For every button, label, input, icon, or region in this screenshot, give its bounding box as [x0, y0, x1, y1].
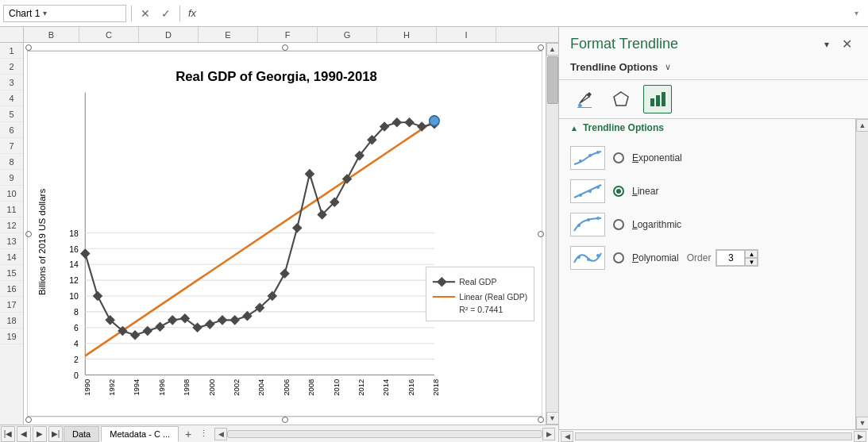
- panel-dropdown-button[interactable]: ▾: [820, 37, 834, 52]
- h-scroll-left[interactable]: ◀: [214, 428, 227, 440]
- section-label: Trendline Options: [583, 122, 664, 133]
- row-num-4[interactable]: 4: [0, 90, 23, 106]
- row-num-18[interactable]: 18: [0, 313, 23, 329]
- confirm-button[interactable]: ✓: [157, 5, 175, 22]
- row-num-17[interactable]: 17: [0, 297, 23, 313]
- row-num-9[interactable]: 9: [0, 170, 23, 186]
- order-up-button[interactable]: ▲: [745, 250, 758, 258]
- formula-bar-expand[interactable]: ▾: [854, 9, 858, 17]
- add-sheet-button[interactable]: +: [180, 426, 196, 442]
- exponential-radio[interactable]: [613, 152, 624, 163]
- handle-mid-left[interactable]: [25, 231, 32, 237]
- col-header-b[interactable]: B: [24, 27, 79, 42]
- order-value: 3: [728, 252, 734, 263]
- panel-h-scroll-left[interactable]: ◀: [561, 431, 573, 442]
- tab-nav-left-start[interactable]: |◀: [1, 426, 15, 442]
- linear-option[interactable]: Linear: [570, 175, 844, 208]
- exponential-icon: [570, 146, 605, 170]
- col-header-f[interactable]: F: [258, 27, 318, 42]
- handle-bottom-right[interactable]: [538, 417, 544, 423]
- scroll-down-button[interactable]: ▼: [546, 412, 559, 425]
- row-header-spacer: [0, 27, 24, 42]
- trendline-options-label: Trendline Options: [570, 61, 658, 73]
- handle-top-right[interactable]: [538, 44, 544, 51]
- trendline-options-button[interactable]: [643, 85, 672, 113]
- logarithmic-option[interactable]: Logarithmic: [570, 208, 844, 241]
- handle-top-center[interactable]: [282, 44, 288, 51]
- svg-text:Real GDP: Real GDP: [459, 278, 496, 286]
- row-num-3[interactable]: 3: [0, 75, 23, 90]
- row-num-19[interactable]: 19: [0, 329, 23, 344]
- linear-radio[interactable]: [613, 186, 624, 197]
- tab-nav-right-end[interactable]: ▶|: [48, 426, 63, 442]
- tab-more[interactable]: ⋮: [196, 429, 211, 439]
- col-header-e[interactable]: E: [199, 27, 258, 42]
- svg-rect-0: [27, 51, 542, 417]
- row-num-16[interactable]: 16: [0, 281, 23, 297]
- row-num-12[interactable]: 12: [0, 217, 23, 233]
- order-input[interactable]: 3: [716, 250, 745, 266]
- panel-h-scroll-right[interactable]: ▶: [854, 431, 866, 442]
- tab-metadata[interactable]: Metadata - C ...: [101, 426, 179, 442]
- polynomial-option[interactable]: Polynomial Order 3 ▲ ▼: [570, 241, 844, 275]
- row-num-1[interactable]: 1: [0, 43, 23, 59]
- main-area: B C D E F G H I 1 2 3 4 5 6 7 8 9 10 11: [0, 27, 868, 442]
- panel-scroll-up[interactable]: ▲: [856, 119, 868, 132]
- name-box-dropdown[interactable]: ▾: [43, 9, 47, 17]
- name-box[interactable]: Chart 1 ▾: [3, 5, 126, 22]
- polynomial-radio[interactable]: [613, 252, 624, 263]
- row-num-6[interactable]: 6: [0, 122, 23, 138]
- logarithmic-radio[interactable]: [613, 219, 624, 230]
- trendline-options-chevron[interactable]: ∨: [665, 62, 671, 72]
- handle-bottom-left[interactable]: [25, 417, 32, 423]
- col-header-c[interactable]: C: [79, 27, 139, 42]
- tab-nav-right[interactable]: ▶: [33, 426, 47, 442]
- row-num-8[interactable]: 8: [0, 154, 23, 170]
- svg-point-92: [577, 256, 581, 259]
- svg-text:8: 8: [74, 308, 79, 317]
- logarithmic-radio-circle[interactable]: [613, 219, 624, 230]
- exponential-option[interactable]: Exponential: [570, 141, 844, 175]
- cancel-button[interactable]: ✕: [137, 5, 154, 22]
- row-num-7[interactable]: 7: [0, 138, 23, 154]
- line-style-button[interactable]: [607, 85, 635, 113]
- tab-nav-left[interactable]: ◀: [17, 426, 31, 442]
- row-num-2[interactable]: 2: [0, 59, 23, 75]
- formula-bar: Chart 1 ▾ ✕ ✓ fx ▾: [0, 0, 868, 27]
- scroll-thumb[interactable]: [547, 56, 558, 104]
- row-num-13[interactable]: 13: [0, 233, 23, 249]
- panel-scroll-down[interactable]: ▼: [856, 417, 868, 429]
- fill-color-button[interactable]: [570, 85, 599, 113]
- exponential-radio-circle[interactable]: [613, 152, 624, 163]
- panel-header: Format Trendline ▾ ✕: [559, 27, 868, 58]
- col-header-g[interactable]: G: [318, 27, 377, 42]
- tab-data[interactable]: Data: [64, 426, 99, 442]
- panel-scroll-track[interactable]: [856, 132, 868, 417]
- linear-radio-circle[interactable]: [613, 186, 624, 197]
- scroll-track[interactable]: [546, 56, 559, 412]
- col-header-h[interactable]: H: [377, 27, 437, 42]
- formula-input[interactable]: [203, 7, 851, 19]
- handle-top-left[interactable]: [25, 44, 32, 51]
- name-box-value: Chart 1: [9, 8, 40, 19]
- col-header-i[interactable]: I: [437, 27, 496, 42]
- polynomial-radio-circle[interactable]: [613, 252, 624, 263]
- svg-rect-79: [650, 98, 654, 106]
- scroll-up-button[interactable]: ▲: [546, 43, 559, 56]
- handle-mid-right[interactable]: [538, 231, 544, 237]
- handle-bottom-center[interactable]: [282, 417, 288, 423]
- h-scroll-right[interactable]: ▶: [542, 428, 555, 440]
- trendline-options-header[interactable]: Trendline Options ∨: [559, 58, 868, 80]
- h-scroll-track[interactable]: [227, 430, 542, 438]
- row-num-11[interactable]: 11: [0, 202, 23, 217]
- trendline-section-header[interactable]: ▲ Trendline Options: [559, 119, 855, 136]
- chart-container[interactable]: Real GDP of Georgia, 1990-2018 Billions …: [24, 43, 546, 425]
- row-num-15[interactable]: 15: [0, 265, 23, 281]
- panel-h-scroll-track[interactable]: [575, 432, 852, 440]
- col-header-d[interactable]: D: [139, 27, 199, 42]
- row-num-10[interactable]: 10: [0, 186, 23, 202]
- row-num-14[interactable]: 14: [0, 249, 23, 265]
- row-num-5[interactable]: 5: [0, 106, 23, 122]
- panel-close-button[interactable]: ✕: [837, 35, 857, 53]
- order-down-button[interactable]: ▼: [745, 258, 758, 266]
